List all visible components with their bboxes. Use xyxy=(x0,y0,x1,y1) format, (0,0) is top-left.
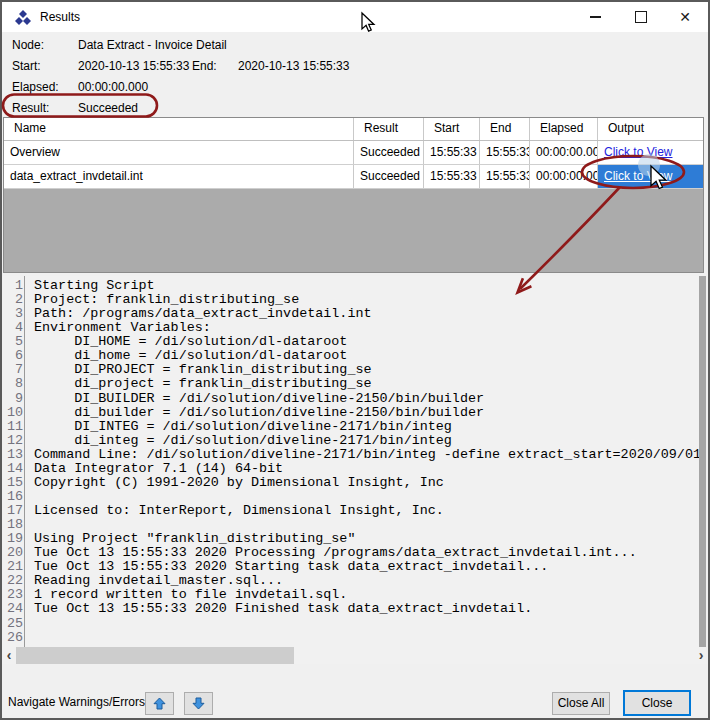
line-text: DI_BUILDER = /di/solution/diveline-2150/… xyxy=(26,392,484,406)
table-body: OverviewSucceeded15:55:3315:55:3300:00:0… xyxy=(4,141,703,189)
node-value: Data Extract - Invoice Detail xyxy=(78,38,227,53)
line-text: Tue Oct 13 15:55:33 2020 Starting task d… xyxy=(26,560,548,574)
cell-end: 15:55:33 xyxy=(480,165,530,188)
horizontal-scrollbar[interactable]: ‹ › xyxy=(2,647,708,664)
log-line: 3Path: /programs/data_extract_invdetail.… xyxy=(2,307,704,321)
log-line: 12 di_integ = /di/solution/diveline-2171… xyxy=(2,434,704,448)
line-text: di_project = franklin_distributing_se xyxy=(26,377,372,391)
cell-name: data_extract_invdetail.int xyxy=(4,165,354,188)
title-bar[interactable]: Results ✕ xyxy=(2,2,708,32)
line-number: 14 xyxy=(2,462,26,476)
line-text: Starting Script xyxy=(26,279,155,293)
log-viewer: 1Starting Script2Project: franklin_distr… xyxy=(2,276,704,647)
close-all-button[interactable]: Close All xyxy=(552,692,610,715)
line-text xyxy=(26,490,34,504)
column-header-start[interactable]: Start xyxy=(424,118,480,140)
line-text: Environment Variables: xyxy=(26,321,211,335)
line-number: 9 xyxy=(2,392,26,406)
line-number: 13 xyxy=(2,448,26,462)
maximize-button[interactable] xyxy=(624,2,658,32)
line-text: Copyright (C) 1991-2020 by Dimensional I… xyxy=(26,476,444,490)
log-line: 10 di_builder = /di/solution/diveline-21… xyxy=(2,406,704,420)
minimize-icon xyxy=(590,16,601,18)
line-number: 25 xyxy=(2,617,26,631)
app-logo-icon xyxy=(14,9,32,27)
log-line: 8 di_project = franklin_distributing_se xyxy=(2,377,704,391)
column-header-result[interactable]: Result xyxy=(354,118,424,140)
results-table: Name Result Start End Elapsed Output Ove… xyxy=(3,117,704,273)
log-line: 2Project: franklin_distributing_se xyxy=(2,293,704,307)
result-value: Succeeded xyxy=(78,101,138,116)
table-row[interactable]: data_extract_invdetail.intSucceeded15:55… xyxy=(4,165,703,189)
column-header-end[interactable]: End xyxy=(480,118,530,140)
log-line: 14Data Integrator 7.1 (14) 64-bit xyxy=(2,462,704,476)
cell-result: Succeeded xyxy=(354,165,424,188)
line-number: 12 xyxy=(2,434,26,448)
line-number: 8 xyxy=(2,377,26,391)
cell-end: 15:55:33 xyxy=(480,141,530,164)
line-text: DI_HOME = /di/solution/dl-dataroot xyxy=(26,335,347,349)
end-label: End: xyxy=(192,59,217,74)
close-button[interactable]: ✕ xyxy=(668,2,702,32)
navigate-up-button[interactable] xyxy=(145,692,174,715)
column-header-name[interactable]: Name xyxy=(4,118,354,140)
line-number: 23 xyxy=(2,588,26,602)
line-text: Command Line: /di/solution/diveline-2171… xyxy=(26,448,701,462)
log-line: 9 DI_BUILDER = /di/solution/diveline-215… xyxy=(2,392,704,406)
line-number: 22 xyxy=(2,574,26,588)
line-text: Data Integrator 7.1 (14) 64-bit xyxy=(26,462,283,476)
cell-start: 15:55:33 xyxy=(424,165,480,188)
scrollbar-thumb[interactable] xyxy=(16,647,294,664)
log-line: 20Tue Oct 13 15:55:33 2020 Processing /p… xyxy=(2,546,704,560)
log-line: 13Command Line: /di/solution/diveline-21… xyxy=(2,448,704,462)
close-icon: ✕ xyxy=(679,9,691,25)
line-number: 10 xyxy=(2,406,26,420)
line-text xyxy=(26,631,34,645)
cell-output: Click to View xyxy=(598,165,703,188)
table-row[interactable]: OverviewSucceeded15:55:3315:55:3300:00:0… xyxy=(4,141,703,165)
line-number: 5 xyxy=(2,335,26,349)
output-link[interactable]: Click to View xyxy=(604,145,672,159)
results-dialog: { "window": { "title": "Results", "contr… xyxy=(0,0,710,720)
log-line: 231 record written to file invdetail.sql… xyxy=(2,588,704,602)
result-label: Result: xyxy=(12,101,76,116)
line-text: Reading invdetail_master.sql... xyxy=(26,574,283,588)
log-line: 7 DI_PROJECT = franklin_distributing_se xyxy=(2,363,704,377)
log-line: 6 di_home = /di/solution/dl-dataroot xyxy=(2,349,704,363)
line-text: di_home = /di/solution/dl-dataroot xyxy=(26,349,347,363)
minimize-button[interactable] xyxy=(578,2,612,32)
log-gutter-divider xyxy=(24,276,25,647)
line-text: di_builder = /di/solution/diveline-2150/… xyxy=(26,406,484,420)
line-number: 21 xyxy=(2,560,26,574)
line-text xyxy=(26,617,34,631)
line-number: 17 xyxy=(2,504,26,518)
log-line: 15Copyright (C) 1991-2020 by Dimensional… xyxy=(2,476,704,490)
scroll-right-icon[interactable]: › xyxy=(694,647,708,664)
log-line: 24Tue Oct 13 15:55:33 2020 Finished task… xyxy=(2,602,704,616)
log-line: 11 DI_INTEG = /di/solution/diveline-2171… xyxy=(2,420,704,434)
line-number: 3 xyxy=(2,307,26,321)
cell-elapsed: 00:00:00.000 xyxy=(530,165,598,188)
cell-output: Click to View xyxy=(598,141,703,164)
log-line: 25 xyxy=(2,617,704,631)
scroll-left-icon[interactable]: ‹ xyxy=(2,647,16,664)
column-header-output[interactable]: Output xyxy=(598,118,703,140)
navigate-down-button[interactable] xyxy=(184,692,213,715)
log-line: 5 DI_HOME = /di/solution/dl-dataroot xyxy=(2,335,704,349)
log-right-edge xyxy=(699,276,706,647)
down-arrow-icon xyxy=(192,697,205,710)
log-line: 18 xyxy=(2,518,704,532)
line-number: 4 xyxy=(2,321,26,335)
line-number: 20 xyxy=(2,546,26,560)
close-dialog-button[interactable]: Close xyxy=(623,690,691,716)
log-line: 22Reading invdetail_master.sql... xyxy=(2,574,704,588)
log-line: 26 xyxy=(2,631,704,645)
line-text: DI_INTEG = /di/solution/diveline-2171/bi… xyxy=(26,420,452,434)
line-number: 24 xyxy=(2,602,26,616)
log-line: 4Environment Variables: xyxy=(2,321,704,335)
column-header-elapsed[interactable]: Elapsed xyxy=(530,118,598,140)
output-link[interactable]: Click to View xyxy=(604,169,672,183)
line-number: 19 xyxy=(2,532,26,546)
maximize-icon xyxy=(635,11,647,23)
log-line: 19Using Project "franklin_distributing_s… xyxy=(2,532,704,546)
